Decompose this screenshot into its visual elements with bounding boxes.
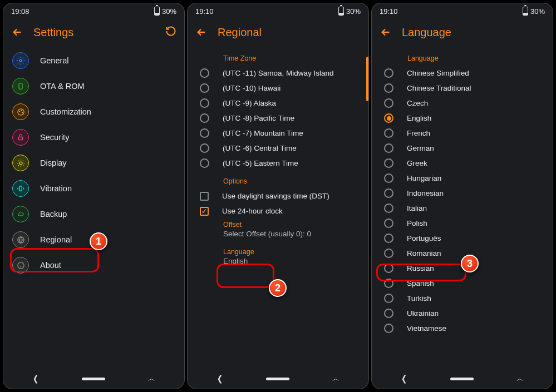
radio-icon bbox=[384, 219, 393, 228]
radio-icon bbox=[384, 143, 393, 153]
radio-icon bbox=[384, 173, 393, 183]
phone-icon bbox=[12, 78, 29, 95]
timezone-option[interactable]: (UTC -8) Pacific Time bbox=[188, 111, 368, 126]
radio-icon bbox=[384, 158, 393, 168]
language-list-header: Language bbox=[372, 48, 553, 66]
nav-recent-icon[interactable]: ︿ bbox=[148, 374, 155, 384]
radio-icon bbox=[384, 249, 393, 258]
sidebar-item-vibration[interactable]: Vibration bbox=[3, 176, 184, 201]
option-label: Use daylight savings time (DST) bbox=[222, 192, 329, 200]
offset-header: Offset bbox=[223, 221, 360, 229]
language-option[interactable]: Spanish bbox=[372, 276, 553, 291]
nav-home-icon[interactable] bbox=[450, 378, 474, 380]
back-icon[interactable] bbox=[11, 26, 23, 38]
nav-back-icon[interactable]: ❮ bbox=[33, 374, 38, 384]
timezone-option[interactable]: (UTC -7) Mountain Time bbox=[188, 126, 368, 141]
nav-home-icon[interactable] bbox=[82, 378, 105, 380]
back-icon[interactable] bbox=[195, 26, 208, 38]
cloud-icon bbox=[12, 206, 29, 222]
language-option[interactable]: Polish bbox=[372, 216, 553, 231]
navbar: ❮ ︿ bbox=[3, 369, 184, 389]
vibrate-icon bbox=[12, 180, 29, 197]
sidebar-item-backup[interactable]: Backup bbox=[3, 201, 184, 227]
language-label: Vietnamese bbox=[407, 324, 446, 333]
sidebar-item-label: Display bbox=[40, 158, 67, 167]
sidebar-item-ota[interactable]: OTA & ROM bbox=[3, 73, 184, 99]
battery-icon bbox=[523, 7, 528, 16]
sidebar-item-regional[interactable]: Regional bbox=[3, 227, 184, 252]
language-option[interactable]: Português bbox=[372, 231, 553, 246]
radio-icon bbox=[384, 204, 393, 213]
radio-icon bbox=[200, 68, 209, 78]
option-checkbox[interactable]: Use daylight savings time (DST) bbox=[188, 188, 368, 204]
language-option[interactable]: Chinese Simplified bbox=[372, 66, 553, 81]
language-option[interactable]: Czech bbox=[372, 96, 553, 111]
radio-icon bbox=[200, 98, 209, 108]
language-option[interactable]: Vietnamese bbox=[372, 321, 553, 336]
language-label: Ukrainian bbox=[407, 309, 439, 317]
timezone-option[interactable]: (UTC -11) Samoa, Midway Island bbox=[188, 66, 368, 81]
language-option[interactable]: Turkish bbox=[372, 291, 553, 306]
timezone-label: (UTC -7) Mountain Time bbox=[223, 129, 303, 137]
option-checkbox[interactable]: ✓ Use 24-hour clock bbox=[188, 204, 368, 219]
nav-recent-icon[interactable]: ︿ bbox=[332, 374, 339, 384]
nav-recent-icon[interactable]: ︿ bbox=[516, 374, 524, 384]
sidebar-item-display[interactable]: Display bbox=[3, 150, 184, 176]
language-label: Turkish bbox=[407, 294, 431, 302]
checkbox-icon: ✓ bbox=[200, 207, 209, 216]
language-option[interactable]: Indonesian bbox=[372, 186, 553, 201]
language-label: Russian bbox=[407, 264, 434, 272]
sidebar-item-customization[interactable]: Customization bbox=[3, 99, 184, 125]
language-header: Language bbox=[223, 248, 360, 256]
svg-point-3 bbox=[19, 111, 19, 111]
reset-icon[interactable] bbox=[165, 26, 176, 39]
sidebar-item-general[interactable]: General bbox=[3, 48, 184, 73]
svg-rect-6 bbox=[19, 137, 23, 140]
lock-icon bbox=[12, 129, 29, 146]
timezone-label: (UTC -6) Central Time bbox=[223, 144, 297, 152]
back-icon[interactable] bbox=[380, 26, 392, 38]
language-label: French bbox=[407, 129, 430, 137]
language-block[interactable]: Language English bbox=[188, 246, 368, 267]
language-option[interactable]: Chinese Traditional bbox=[372, 81, 553, 96]
option-label: Use 24-hour clock bbox=[222, 207, 283, 215]
language-option[interactable]: Greek bbox=[372, 156, 553, 171]
language-option[interactable]: Russian bbox=[372, 261, 553, 276]
language-option[interactable]: Hungarian bbox=[372, 171, 553, 186]
battery-status: 30% bbox=[338, 7, 361, 16]
nav-back-icon[interactable]: ❮ bbox=[217, 374, 223, 384]
globe-icon bbox=[12, 231, 29, 248]
statusbar: 19:08 30% bbox=[3, 3, 184, 19]
radio-icon bbox=[200, 143, 209, 153]
language-option[interactable]: Italian bbox=[372, 201, 553, 216]
language-option[interactable]: French bbox=[372, 126, 553, 141]
battery-status: 30% bbox=[523, 7, 545, 16]
nav-back-icon[interactable]: ❮ bbox=[401, 374, 407, 384]
timezone-option[interactable]: (UTC -6) Central Time bbox=[188, 141, 368, 156]
timezone-option[interactable]: (UTC -9) Alaska bbox=[188, 96, 368, 111]
sidebar-item-about[interactable]: About bbox=[3, 252, 184, 278]
radio-icon bbox=[384, 83, 393, 93]
statusbar: 19:10 30% bbox=[372, 3, 553, 19]
timezone-label: (UTC -5) Eastern Time bbox=[223, 159, 298, 167]
sidebar-item-label: Customization bbox=[40, 107, 91, 116]
radio-icon bbox=[200, 83, 209, 93]
language-label: Czech bbox=[407, 99, 428, 107]
language-option[interactable]: Romanian bbox=[372, 246, 553, 261]
offset-block[interactable]: Offset Select Offset (usually 0): 0 bbox=[188, 219, 368, 240]
language-option[interactable]: English bbox=[372, 111, 553, 126]
timezone-option[interactable]: (UTC -10) Hawaii bbox=[188, 81, 368, 96]
battery-status: 30% bbox=[154, 7, 176, 16]
sidebar-item-security[interactable]: Security bbox=[3, 125, 184, 150]
nav-home-icon[interactable] bbox=[266, 378, 289, 380]
language-option[interactable]: German bbox=[372, 141, 553, 156]
language-label: Português bbox=[407, 234, 441, 242]
language-option[interactable]: Ukrainian bbox=[372, 306, 553, 321]
language-label: Indonesian bbox=[407, 189, 444, 197]
navbar: ❮ ︿ bbox=[188, 369, 368, 389]
radio-icon bbox=[200, 113, 209, 123]
timezone-option[interactable]: (UTC -5) Eastern Time bbox=[188, 156, 368, 171]
svg-point-2 bbox=[17, 108, 23, 115]
radio-icon bbox=[384, 324, 393, 333]
titlebar: Language bbox=[372, 19, 553, 46]
